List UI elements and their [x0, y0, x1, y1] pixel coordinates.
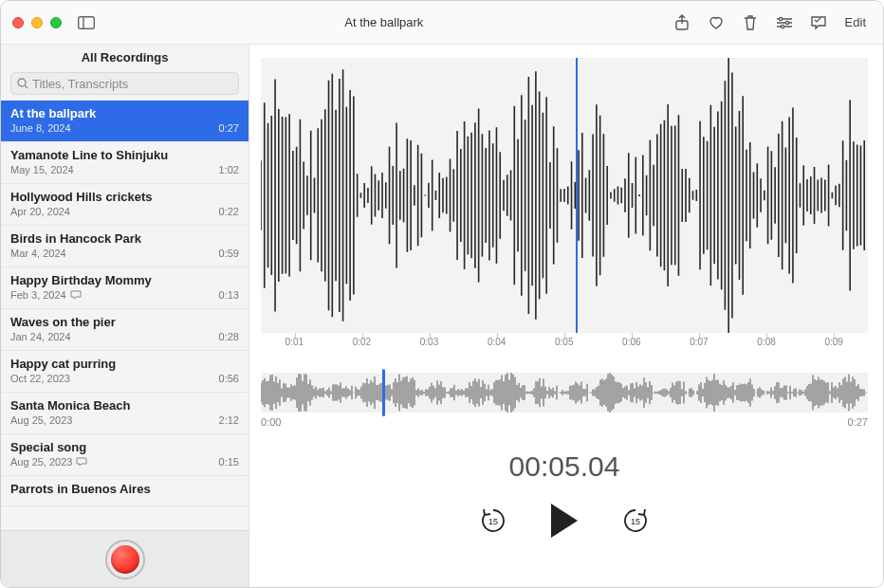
recording-date: Jan 24, 2024	[10, 331, 71, 342]
recording-name: Happy cat purring	[10, 357, 239, 371]
recording-meta: Mar 4, 20240:59	[10, 248, 239, 259]
ruler-tick: 0:08	[757, 337, 775, 347]
recording-duration: 1:02	[219, 164, 239, 175]
recording-name: Parrots in Buenos Aires	[10, 482, 239, 496]
sidebar-title: All Recordings	[1, 45, 249, 72]
recording-meta: Apr 20, 20240:22	[10, 206, 239, 217]
recording-meta: May 15, 20241:02	[10, 164, 239, 175]
skip-back-button[interactable]: 15	[477, 505, 509, 537]
close-window[interactable]	[12, 17, 24, 28]
list-item[interactable]: At the ballparkJune 8, 20240:27	[1, 101, 249, 142]
waveform-detail[interactable]	[261, 58, 868, 333]
svg-line-10	[25, 85, 28, 88]
svg-text:15: 15	[488, 517, 498, 526]
recording-date: June 8, 2024	[10, 122, 71, 134]
recording-name: Hollywood Hills crickets	[10, 190, 239, 204]
playback-controls: 15 15	[261, 504, 868, 557]
recording-date: Aug 25, 2023	[10, 414, 72, 426]
recording-name: Special song	[10, 440, 239, 454]
search-icon	[17, 78, 28, 89]
list-item[interactable]: Hollywood Hills cricketsApr 20, 20240:22	[1, 184, 249, 226]
list-item[interactable]: Happy cat purringOct 22, 20230:56	[1, 351, 249, 393]
recording-meta: Oct 22, 20230:56	[10, 373, 239, 384]
ruler-tick: 0:04	[488, 337, 506, 347]
list-item[interactable]: Yamanote Line to ShinjukuMay 15, 20241:0…	[1, 142, 249, 184]
body: All Recordings Titles, Transcripts At th…	[1, 45, 883, 587]
minimize-window[interactable]	[31, 17, 43, 28]
recording-duration: 0:59	[219, 248, 239, 259]
list-item[interactable]: Birds in Hancock ParkMar 4, 20240:59	[1, 226, 249, 267]
recording-date: Oct 22, 2023	[10, 373, 70, 384]
ruler-tick: 0:03	[420, 337, 438, 347]
recording-duration: 0:15	[219, 456, 239, 468]
ruler-tick: 0:06	[622, 337, 640, 347]
recording-date: Feb 3, 2024	[10, 289, 82, 301]
ruler-tick: 0:05	[555, 337, 573, 347]
recording-duration: 0:28	[219, 331, 239, 342]
recording-duration: 0:22	[219, 206, 239, 217]
recording-meta: Aug 25, 20230:15	[10, 456, 239, 468]
ruler-tick: 0:01	[285, 337, 304, 347]
recording-meta: Feb 3, 20240:13	[10, 289, 239, 301]
recording-name: At the ballpark	[10, 106, 239, 120]
recording-name: Yamanote Line to Shinjuku	[10, 148, 239, 162]
list-item[interactable]: Santa Monica BeachAug 25, 20232:12	[1, 393, 249, 434]
trash-icon[interactable]	[737, 11, 764, 34]
recording-date: Apr 20, 2024	[10, 206, 70, 217]
time-ruler: 0:010:020:030:040:050:060:070:080:09	[261, 333, 868, 354]
overview-end: 0:27	[848, 416, 868, 428]
recording-name: Waves on the pier	[10, 315, 239, 329]
list-item[interactable]: Parrots in Buenos Aires	[1, 476, 249, 506]
window-title: At the ballpark	[100, 15, 669, 29]
record-bar	[1, 530, 249, 587]
recording-name: Santa Monica Beach	[10, 398, 239, 413]
recording-duration: 0:56	[219, 373, 239, 384]
recording-name: Birds in Hancock Park	[10, 231, 239, 246]
recording-date: May 15, 2024	[10, 164, 74, 175]
overview-playhead[interactable]	[382, 369, 385, 416]
speech-bubble-icon[interactable]	[805, 11, 832, 34]
overview-start: 0:00	[261, 416, 281, 428]
list-item[interactable]: Happy Birthday MommyFeb 3, 20240:13	[1, 267, 249, 309]
heart-icon[interactable]	[703, 11, 729, 34]
sliders-icon[interactable]	[771, 11, 798, 34]
search-placeholder: Titles, Transcripts	[32, 77, 128, 91]
search-input[interactable]: Titles, Transcripts	[10, 72, 239, 95]
sidebar-toggle-icon[interactable]	[73, 11, 100, 34]
play-button[interactable]	[551, 504, 578, 538]
ruler-tick: 0:07	[690, 337, 708, 347]
svg-rect-0	[79, 16, 95, 28]
recordings-list: At the ballparkJune 8, 20240:27Yamanote …	[1, 101, 249, 530]
svg-point-7	[785, 21, 788, 24]
ruler-tick: 0:09	[824, 337, 842, 347]
recording-date: Mar 4, 2024	[10, 248, 66, 259]
edit-button[interactable]: Edit	[839, 13, 872, 31]
overview-scale: 0:00 0:27	[261, 416, 868, 428]
window-controls	[12, 17, 62, 28]
recording-duration: 2:12	[219, 414, 239, 426]
recording-meta: June 8, 20240:27	[10, 122, 239, 134]
timecode: 00:05.04	[261, 450, 868, 483]
svg-point-8	[781, 25, 783, 28]
fullscreen-window[interactable]	[50, 17, 62, 28]
svg-point-9	[18, 79, 26, 86]
speech-bubble-icon	[76, 457, 87, 467]
ruler-tick: 0:02	[353, 337, 371, 347]
recording-duration: 0:27	[219, 122, 239, 134]
list-item[interactable]: Waves on the pierJan 24, 20240:28	[1, 309, 249, 351]
main-pane: 0:010:020:030:040:050:060:070:080:09 0:0…	[249, 45, 883, 587]
skip-forward-button[interactable]: 15	[619, 505, 652, 537]
recording-meta: Jan 24, 20240:28	[10, 331, 239, 342]
record-button[interactable]	[105, 540, 145, 579]
recording-duration: 0:13	[219, 289, 239, 301]
speech-bubble-icon	[70, 290, 82, 300]
share-icon[interactable]	[669, 11, 695, 34]
recording-name: Happy Birthday Mommy	[10, 273, 239, 287]
sidebar: All Recordings Titles, Transcripts At th…	[1, 45, 249, 587]
list-item[interactable]: Special songAug 25, 20230:15	[1, 434, 249, 476]
recording-date: Aug 25, 2023	[10, 456, 87, 468]
titlebar: At the ballpark Edit	[1, 1, 883, 45]
svg-text:15: 15	[631, 517, 640, 526]
waveform-overview[interactable]	[261, 373, 868, 413]
toolbar-right: Edit	[669, 11, 872, 34]
